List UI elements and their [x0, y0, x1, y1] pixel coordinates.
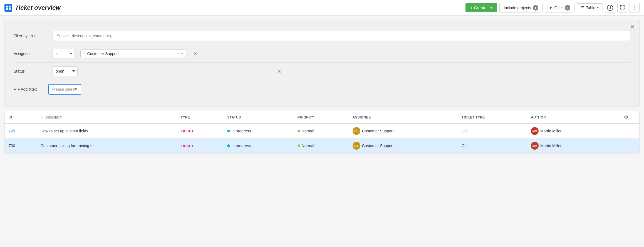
col-header-priority: PRIORITY [294, 111, 349, 124]
svg-rect-1 [9, 6, 11, 8]
col-header-id[interactable]: ID ↑ [5, 111, 37, 124]
svg-rect-0 [6, 6, 8, 8]
cell-actions [613, 124, 639, 139]
create-label: + Create [470, 5, 487, 10]
assignee-chip-text: Customer Support [87, 51, 119, 56]
status-cell: In progress [227, 129, 290, 133]
filter-status-row: Status open closed pending × [14, 63, 630, 80]
table-dropdown-icon: ▾ [597, 6, 599, 9]
col-subject-label: SUBJECT [45, 115, 62, 119]
ticket-id: 730 [9, 144, 15, 148]
status-text: In progress [231, 144, 251, 148]
assignee-chip: Customer Support [87, 51, 176, 56]
filter-by-text-label: Filter by text [14, 34, 47, 38]
author-name: Martin Miller [540, 144, 561, 148]
add-filter-select[interactable]: Priority Type Ticket type [48, 84, 81, 95]
assignee-name: Customer Support [362, 129, 394, 133]
author-name: Martin Miller [540, 129, 561, 133]
filter-text-input[interactable] [53, 31, 630, 41]
table-label: Table [586, 6, 595, 10]
assignee-operator-select[interactable]: is is not [53, 49, 75, 58]
include-projects-button[interactable]: Include projects 1 [499, 3, 542, 13]
ticket-type-badge: TICKET [181, 144, 194, 148]
filter-badge: 2 [565, 5, 570, 11]
assignee-avatar: CS [353, 127, 360, 135]
ticket-subject: Customer asking for training s... [41, 144, 96, 148]
col-header-assignee: ASSIGNEE [349, 111, 458, 124]
ticket-type-text: Call [462, 144, 468, 148]
assignee-cell: CS Customer Support [353, 142, 454, 150]
author-avatar: MM [531, 142, 539, 150]
filter-icon: ▼ [549, 6, 553, 10]
col-header-settings[interactable]: ⚙ [613, 111, 639, 124]
cell-ticket-type: Call [458, 139, 527, 153]
col-status-label: STATUS [227, 115, 241, 119]
cell-status: In progress [223, 139, 294, 153]
table-header: ID ↑ ⊢ SUBJECT TYPE STATUS PRIORITY [5, 111, 639, 124]
filter-close-button[interactable]: ✕ [630, 24, 635, 30]
col-header-subject[interactable]: ⊢ SUBJECT [37, 111, 177, 124]
status-row-clear-button[interactable]: × [278, 68, 281, 75]
table-row[interactable]: 730 Customer asking for training s... TI… [5, 139, 639, 153]
svg-rect-3 [9, 8, 11, 10]
cell-priority: Normal [294, 139, 349, 153]
assignee-value-container: × Customer Support × ▾ [80, 50, 186, 58]
col-id-label: ID [9, 115, 12, 119]
more-button[interactable]: ⋮ [630, 3, 640, 13]
author-avatar: MM [531, 127, 539, 135]
cell-priority: Normal [294, 124, 349, 139]
author-cell: MM Martin Miller [531, 127, 609, 135]
assignee-avatar: CS [353, 142, 360, 150]
app-icon [4, 4, 12, 12]
col-author-label: AUTHOR [531, 115, 546, 119]
toolbar: Ticket overview + Create ▾ Include proje… [0, 0, 644, 16]
status-dot [227, 144, 230, 147]
cell-id: 725 [5, 124, 37, 139]
col-ticket-type-label: TICKET TYPE [462, 115, 485, 119]
expand-button[interactable] [617, 3, 627, 13]
table-settings-icon: ⚙ [624, 115, 628, 120]
cell-type: TICKET [177, 124, 223, 139]
col-header-ticket-type: TICKET TYPE [458, 111, 527, 124]
ticket-subject: How to set up custom fields [41, 129, 88, 133]
author-cell: MM Martin Miller [531, 142, 609, 150]
col-type-label: TYPE [181, 115, 190, 119]
toolbar-left: Ticket overview [4, 4, 463, 12]
col-header-status: STATUS [223, 111, 294, 124]
cell-status: In progress [223, 124, 294, 139]
ticket-type-text: Call [462, 129, 468, 133]
add-filter-plus-icon: + [14, 87, 16, 92]
cell-ticket-type: Call [458, 124, 527, 139]
priority-dot [298, 130, 300, 132]
status-cell: In progress [227, 144, 290, 148]
cell-assignee: CS Customer Support [349, 139, 458, 153]
cell-type: TICKET [177, 139, 223, 153]
filter-assignee-row: Assignee is is not × Customer Support × … [14, 45, 630, 63]
col-header-author: AUTHOR [527, 111, 613, 124]
table-row[interactable]: 725 How to set up custom fields TICKET I… [5, 124, 639, 139]
ticket-id-link[interactable]: 725 [9, 129, 15, 133]
assignee-row-clear-button[interactable]: × [194, 51, 197, 57]
info-button[interactable]: ℹ [605, 3, 615, 13]
add-filter-text: + Add filter: [18, 87, 37, 92]
filter-button[interactable]: ▼ Filter 2 [545, 3, 574, 13]
status-operator-select[interactable]: open closed pending [53, 66, 78, 76]
cell-subject: How to set up custom fields [37, 124, 177, 139]
more-icon: ⋮ [632, 4, 638, 11]
assignee-tag-clear[interactable]: × [83, 52, 86, 56]
include-projects-badge: 1 [533, 5, 538, 11]
expand-icon [620, 5, 625, 11]
assignee-name: Customer Support [362, 144, 394, 148]
priority-cell: Normal [298, 144, 345, 148]
filter-panel: ✕ Filter by text Assignee is is not × Cu… [4, 20, 640, 107]
cell-subject: Customer asking for training s... [37, 139, 177, 153]
create-dropdown-arrow: ▾ [488, 6, 492, 10]
status-text: In progress [231, 129, 251, 133]
ticket-type-badge: TICKET [181, 129, 194, 133]
table-view-button[interactable]: ☰ Table ▾ [577, 3, 603, 12]
create-button[interactable]: + Create ▾ [465, 3, 497, 12]
col-header-type: TYPE [177, 111, 223, 124]
table-header-row: ID ↑ ⊢ SUBJECT TYPE STATUS PRIORITY [5, 111, 639, 124]
assignee-chip-dropdown-icon[interactable]: ▾ [181, 52, 183, 56]
assignee-chip-clear-icon[interactable]: × [177, 51, 180, 56]
